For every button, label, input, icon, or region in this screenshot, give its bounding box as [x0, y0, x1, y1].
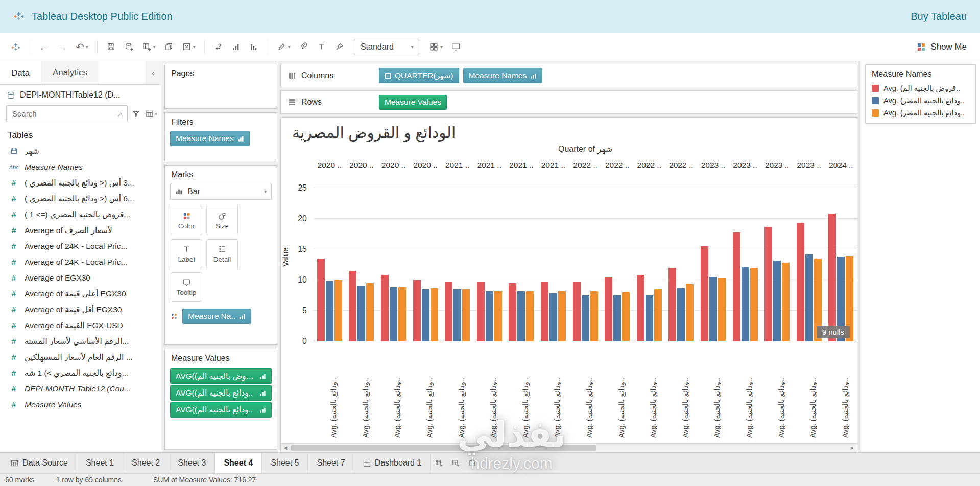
- bar-mark[interactable]: [558, 291, 566, 341]
- bar-mark[interactable]: [477, 282, 485, 341]
- bar-mark[interactable]: [582, 295, 589, 341]
- field-item[interactable]: #Average of أعلى قيمة EGX30: [0, 286, 161, 302]
- field-item[interactable]: AbcMeasure Names: [0, 159, 161, 175]
- shelf-pill[interactable]: QUARTER(شهر): [379, 68, 459, 83]
- bar-mark[interactable]: [668, 268, 676, 341]
- mark-type-dropdown[interactable]: Bar ▾: [170, 183, 272, 200]
- legend-item[interactable]: Avg. (قروض بالجنيه الم..: [866, 82, 975, 95]
- field-item[interactable]: #الرقم العام لأسعار المستهلكين ...: [0, 349, 161, 365]
- scrollbar-thumb[interactable]: [291, 445, 596, 451]
- bar-mark[interactable]: [517, 291, 525, 341]
- shelf-pill[interactable]: Measure Values: [379, 95, 447, 110]
- bar-mark[interactable]: [422, 289, 429, 341]
- field-item[interactable]: #( ودائع بالجنيه المصري >) 3 أش...: [0, 175, 161, 191]
- bar-mark[interactable]: [445, 282, 452, 341]
- bar-mark[interactable]: [646, 295, 653, 341]
- bar-mark[interactable]: [326, 281, 333, 341]
- scroll-left-icon[interactable]: ◄: [281, 444, 290, 452]
- field-item[interactable]: #Measure Values: [0, 397, 161, 412]
- bar-mark[interactable]: [750, 268, 758, 341]
- field-item[interactable]: شهر: [0, 143, 161, 159]
- field-item[interactable]: #الرقم الأساسي لأسعار المسته...: [0, 333, 161, 349]
- back-icon[interactable]: ←: [35, 39, 53, 55]
- bar-mark[interactable]: [413, 280, 421, 341]
- search-input[interactable]: [11, 109, 115, 119]
- rows-shelf[interactable]: Rows Measure Values: [280, 90, 857, 114]
- legend-item[interactable]: Avg. (ودائع بالجنيه المصر..: [866, 95, 975, 107]
- bar-mark[interactable]: [764, 227, 772, 341]
- bar-mark[interactable]: [742, 267, 749, 341]
- scroll-right-icon[interactable]: ►: [848, 444, 857, 452]
- sort-ascending-icon[interactable]: [228, 39, 245, 55]
- bar-mark[interactable]: [828, 214, 836, 341]
- field-item[interactable]: #Average of القيمة EGX-USD: [0, 317, 161, 333]
- bar-mark[interactable]: [654, 289, 662, 341]
- bar-mark[interactable]: [718, 278, 726, 341]
- bar-mark[interactable]: [390, 287, 397, 341]
- field-item[interactable]: #ودائع بالجنيه المصري >) 1 شه...: [0, 365, 161, 381]
- field-item[interactable]: #Average of 24K - Local Pric...: [0, 254, 161, 270]
- bar-mark[interactable]: [366, 283, 374, 341]
- bar-mark[interactable]: [573, 282, 581, 341]
- duplicate-icon[interactable]: [160, 39, 177, 55]
- bar-mark[interactable]: [317, 259, 325, 341]
- new-dashboard-button[interactable]: [447, 453, 464, 473]
- horizontal-scrollbar[interactable]: ◄ ►: [281, 443, 857, 452]
- bar-mark[interactable]: [486, 291, 493, 341]
- bar-mark[interactable]: [462, 289, 470, 341]
- bar-mark[interactable]: [334, 280, 342, 341]
- tab-analytics[interactable]: Analytics: [41, 61, 99, 84]
- undo-icon[interactable]: ↶▾: [72, 39, 92, 55]
- field-item[interactable]: #DEPI-MONTH Table12 (Cou...: [0, 381, 161, 397]
- pin-icon[interactable]: [331, 39, 348, 55]
- bar-mark[interactable]: [494, 291, 502, 341]
- collapse-pane-icon[interactable]: ‹: [146, 61, 161, 84]
- filters-card[interactable]: Filters Measure Names: [164, 112, 277, 161]
- tab-sheet-1[interactable]: Sheet 1: [77, 453, 123, 473]
- marks-tooltip-button[interactable]: Tooltip: [171, 272, 202, 302]
- highlight-icon[interactable]: ▾: [273, 39, 294, 55]
- bar-mark[interactable]: [526, 291, 534, 341]
- grid-view-icon[interactable]: ▾: [425, 39, 446, 55]
- field-item[interactable]: #Average of EGX30: [0, 270, 161, 286]
- shelf-pill[interactable]: Measure Na..: [182, 309, 251, 324]
- marks-size-button[interactable]: Size: [206, 206, 238, 235]
- bar-mark[interactable]: [398, 287, 406, 341]
- field-item[interactable]: #Average of أقل قيمة EGX30: [0, 302, 161, 317]
- tab-data-source[interactable]: Data Source: [2, 453, 77, 473]
- tab-sheet-7[interactable]: Sheet 7: [308, 453, 354, 473]
- field-item[interactable]: #Average of 24K - Local Pric...: [0, 238, 161, 254]
- filter-fields-icon[interactable]: [131, 109, 141, 119]
- tab-sheet-5[interactable]: Sheet 5: [262, 453, 308, 473]
- sort-descending-icon[interactable]: [246, 39, 262, 55]
- bar-mark[interactable]: [381, 275, 389, 341]
- bar-mark[interactable]: [701, 246, 708, 341]
- nulls-indicator[interactable]: 9 nulls: [817, 326, 850, 338]
- bar-mark[interactable]: [797, 223, 804, 341]
- bar-mark[interactable]: [590, 291, 598, 341]
- bar-mark[interactable]: [709, 277, 717, 341]
- new-story-button[interactable]: [464, 453, 481, 473]
- tab-dashboard-1[interactable]: Dashboard 1: [354, 453, 431, 473]
- shelf-pill[interactable]: AVG((ودائع بالجنيه الم..: [170, 385, 272, 401]
- bar-mark[interactable]: [605, 277, 612, 341]
- field-item[interactable]: #Average of لأسعار الصرف: [0, 222, 161, 238]
- tab-sheet-4[interactable]: Sheet 4: [215, 453, 262, 473]
- bar-mark[interactable]: [541, 282, 548, 341]
- search-box[interactable]: ⌕: [6, 105, 128, 122]
- save-icon[interactable]: [103, 39, 119, 55]
- field-item[interactable]: #( قروض بالجنيه المصري (=> 1...: [0, 206, 161, 222]
- columns-shelf[interactable]: Columns QUARTER(شهر)Measure Names: [280, 64, 857, 87]
- bar-mark[interactable]: [805, 254, 813, 341]
- bar-mark[interactable]: [357, 286, 365, 341]
- tab-data[interactable]: Data: [0, 61, 41, 84]
- fit-mode-select[interactable]: Standard ▾: [354, 39, 419, 55]
- bar-mark[interactable]: [686, 284, 694, 341]
- tab-sheet-2[interactable]: Sheet 2: [123, 453, 169, 473]
- paperclip-icon[interactable]: [295, 39, 312, 55]
- shelf-pill[interactable]: Measure Names: [463, 68, 543, 83]
- forward-icon[interactable]: →: [54, 39, 71, 55]
- new-worksheet-icon[interactable]: ▾: [138, 39, 159, 55]
- bar-mark[interactable]: [349, 271, 356, 341]
- legend-item[interactable]: Avg. (ودائع بالجنيه المصر..: [866, 107, 975, 119]
